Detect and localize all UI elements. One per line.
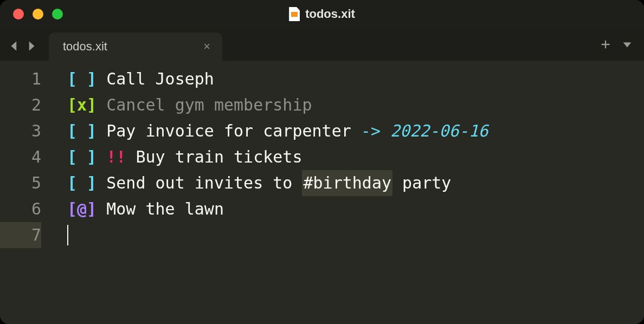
task-text: party bbox=[392, 170, 451, 196]
nav-forward-button[interactable] bbox=[24, 39, 38, 53]
priority-marker: !! bbox=[106, 144, 126, 170]
code-line[interactable]: [ ] Call Joseph bbox=[67, 66, 644, 92]
task-text: Send out invites to bbox=[106, 170, 302, 196]
task-text: Buy train tickets bbox=[126, 144, 302, 170]
zoom-window-button[interactable] bbox=[52, 9, 63, 20]
checkbox-done: [x] bbox=[67, 92, 96, 118]
code-line[interactable]: [x] Cancel gym membership bbox=[67, 92, 644, 118]
file-icon bbox=[289, 7, 300, 21]
due-date: 2022-06-16 bbox=[390, 118, 488, 144]
window-title: todos.xit bbox=[0, 7, 644, 21]
line-number: 7 bbox=[0, 222, 41, 248]
due-arrow: -> bbox=[361, 118, 390, 144]
new-tab-button[interactable] bbox=[600, 38, 611, 50]
tab-close-button[interactable]: × bbox=[203, 41, 210, 53]
titlebar: todos.xit bbox=[0, 0, 644, 28]
close-window-button[interactable] bbox=[13, 9, 24, 20]
line-number: 3 bbox=[0, 118, 41, 144]
tab-bar: todos.xit × bbox=[0, 28, 644, 61]
task-text: Mow the lawn bbox=[106, 196, 224, 222]
code-line[interactable] bbox=[67, 222, 644, 248]
window-title-text: todos.xit bbox=[305, 7, 355, 21]
code-line[interactable]: [@] Mow the lawn bbox=[67, 196, 644, 222]
checkbox-open: [ ] bbox=[67, 170, 96, 196]
traffic-lights bbox=[0, 9, 63, 20]
checkbox-open: [ ] bbox=[67, 144, 96, 170]
code-line[interactable]: [ ] !! Buy train tickets bbox=[67, 144, 644, 170]
line-number: 4 bbox=[0, 144, 41, 170]
hashtag: #birthday bbox=[302, 170, 392, 196]
checkbox-open: [ ] bbox=[67, 118, 96, 144]
tab-label: todos.xit bbox=[63, 40, 107, 54]
checkbox-open: [ ] bbox=[67, 66, 96, 92]
code-line[interactable]: [ ] Send out invites to #birthday party bbox=[67, 170, 644, 196]
line-number-gutter: 1 2 3 4 5 6 7 bbox=[0, 61, 56, 324]
minimize-window-button[interactable] bbox=[33, 9, 43, 20]
task-text: Call Joseph bbox=[106, 66, 214, 92]
task-text: Pay invoice for carpenter bbox=[106, 118, 361, 144]
code-line[interactable]: [ ] Pay invoice for carpenter -> 2022-06… bbox=[67, 118, 644, 144]
code-content[interactable]: [ ] Call Joseph [x] Cancel gym membershi… bbox=[56, 61, 644, 324]
line-number: 5 bbox=[0, 170, 41, 196]
editor-area[interactable]: 1 2 3 4 5 6 7 [ ] Call Joseph [x] Cancel… bbox=[0, 61, 644, 324]
editor-window: todos.xit todos.xit × 1 2 bbox=[0, 0, 644, 324]
task-text: Cancel gym membership bbox=[106, 92, 312, 118]
history-nav bbox=[8, 39, 38, 53]
tab-overflow-button[interactable] bbox=[621, 38, 633, 50]
nav-back-button[interactable] bbox=[8, 39, 22, 53]
checkbox-ongoing: [@] bbox=[67, 196, 96, 222]
text-cursor bbox=[67, 225, 68, 245]
line-number: 1 bbox=[0, 66, 41, 92]
line-number: 6 bbox=[0, 196, 41, 222]
line-number: 2 bbox=[0, 92, 41, 118]
tab-active[interactable]: todos.xit × bbox=[49, 33, 222, 61]
